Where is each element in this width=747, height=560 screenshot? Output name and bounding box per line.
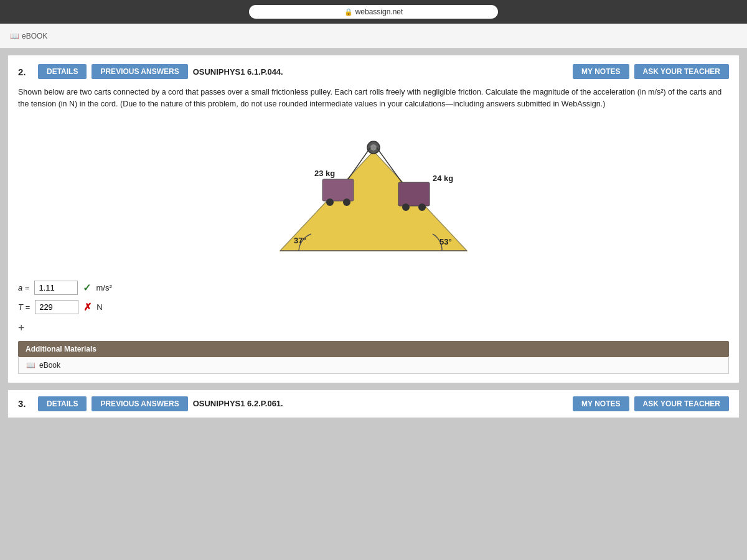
svg-rect-10 bbox=[398, 182, 430, 206]
svg-point-11 bbox=[402, 203, 410, 211]
ebook-row[interactable]: 📖 eBook bbox=[18, 357, 729, 374]
url-text: webassign.net bbox=[355, 7, 403, 16]
question-3-container: 3. DETAILS PREVIOUS ANSWERS OSUNIPHYS1 6… bbox=[7, 390, 740, 418]
details-button-q2[interactable]: DETAILS bbox=[38, 64, 87, 79]
answer-row-T: T = ✗ N bbox=[18, 300, 729, 314]
answer-T-unit: N bbox=[96, 302, 102, 312]
ebook-row-icon: 📖 bbox=[26, 361, 35, 370]
answer-a-input[interactable] bbox=[34, 281, 78, 295]
additional-materials-label: Additional Materials bbox=[18, 341, 729, 357]
question-2-container: 2. DETAILS PREVIOUS ANSWERS OSUNIPHYS1 6… bbox=[7, 55, 740, 383]
svg-rect-7 bbox=[322, 179, 354, 201]
mass-right-label: 24 kg bbox=[433, 174, 453, 183]
mass-left-label: 23 kg bbox=[314, 169, 335, 178]
my-notes-button-q3[interactable]: MY NOTES bbox=[573, 396, 629, 411]
answer-a-label: a = bbox=[18, 283, 29, 292]
answer-T-input[interactable] bbox=[35, 300, 78, 314]
problem-id-q2: OSUNIPHYS1 6.1.P.044. bbox=[193, 67, 568, 77]
my-notes-button-q2[interactable]: MY NOTES bbox=[573, 64, 629, 79]
question-2-header: 2. DETAILS PREVIOUS ANSWERS OSUNIPHYS1 6… bbox=[18, 64, 729, 79]
ebook-row-label: eBook bbox=[39, 361, 60, 370]
prev-answers-button-q2[interactable]: PREVIOUS ANSWERS bbox=[92, 64, 187, 79]
lock-icon: 🔒 bbox=[344, 8, 353, 16]
plus-button[interactable]: + bbox=[18, 322, 25, 335]
ebook-top-link[interactable]: 📖 eBOOK bbox=[10, 32, 47, 40]
svg-text:53°: 53° bbox=[439, 237, 452, 246]
problem-id-q3: OSUNIPHYS1 6.2.P.061. bbox=[193, 399, 568, 408]
diagram-container: 23 kg 24 kg 37° 53° bbox=[18, 120, 729, 269]
svg-point-12 bbox=[418, 203, 426, 211]
svg-point-8 bbox=[326, 198, 334, 206]
svg-point-9 bbox=[343, 198, 350, 206]
answer-a-unit: m/s² bbox=[96, 283, 111, 292]
browser-bar: 🔒 webassign.net bbox=[0, 0, 747, 24]
prev-answers-button-q3[interactable]: PREVIOUS ANSWERS bbox=[92, 396, 187, 411]
svg-text:37°: 37° bbox=[294, 236, 306, 245]
answer-a-check-icon: ✓ bbox=[83, 282, 91, 294]
svg-point-4 bbox=[370, 144, 377, 151]
answer-T-label: T = bbox=[18, 302, 30, 312]
answer-T-cross-icon: ✗ bbox=[83, 301, 92, 313]
ask-teacher-button-q3[interactable]: ASK YOUR TEACHER bbox=[634, 396, 729, 411]
ebook-top-bar: 📖 eBOOK bbox=[0, 24, 747, 49]
ebook-icon: 📖 bbox=[10, 32, 19, 40]
question-2-number: 2. bbox=[18, 67, 31, 77]
ebook-top-label: eBOOK bbox=[22, 32, 47, 40]
ask-teacher-button-q2[interactable]: ASK YOUR TEACHER bbox=[634, 64, 729, 79]
details-button-q3[interactable]: DETAILS bbox=[38, 396, 87, 411]
answer-row-a: a = ✓ m/s² bbox=[18, 281, 729, 295]
question-3-number: 3. bbox=[18, 398, 31, 409]
url-bar: 🔒 webassign.net bbox=[249, 5, 498, 19]
problem-text-q2: Shown below are two carts connected by a… bbox=[18, 86, 729, 110]
physics-diagram: 23 kg 24 kg 37° 53° bbox=[243, 120, 504, 269]
